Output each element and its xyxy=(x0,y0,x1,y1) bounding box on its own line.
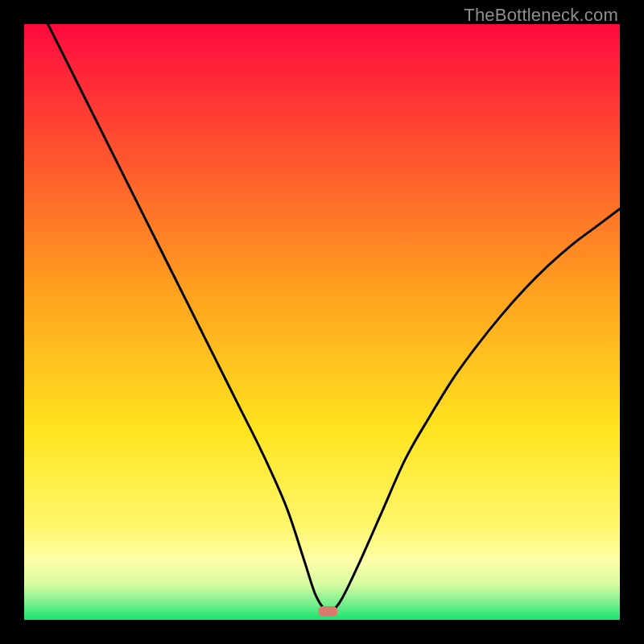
chart-svg xyxy=(24,24,620,620)
plot-area xyxy=(24,24,620,620)
chart-frame: TheBottleneck.com xyxy=(0,0,644,644)
gradient-background xyxy=(24,24,620,620)
watermark-text: TheBottleneck.com xyxy=(464,5,618,26)
minimum-marker xyxy=(318,606,337,617)
